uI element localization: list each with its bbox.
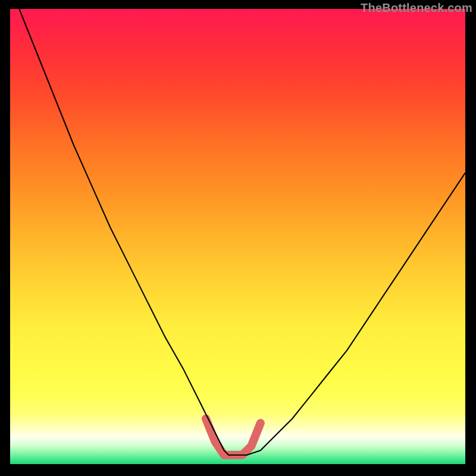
bottleneck-highlight xyxy=(206,419,261,455)
chart-frame: TheBottleneck.com xyxy=(0,0,476,476)
plot-area xyxy=(10,9,465,464)
bottleneck-curve xyxy=(19,9,465,455)
chart-svg xyxy=(10,9,465,464)
watermark-text: TheBottleneck.com xyxy=(361,1,472,15)
